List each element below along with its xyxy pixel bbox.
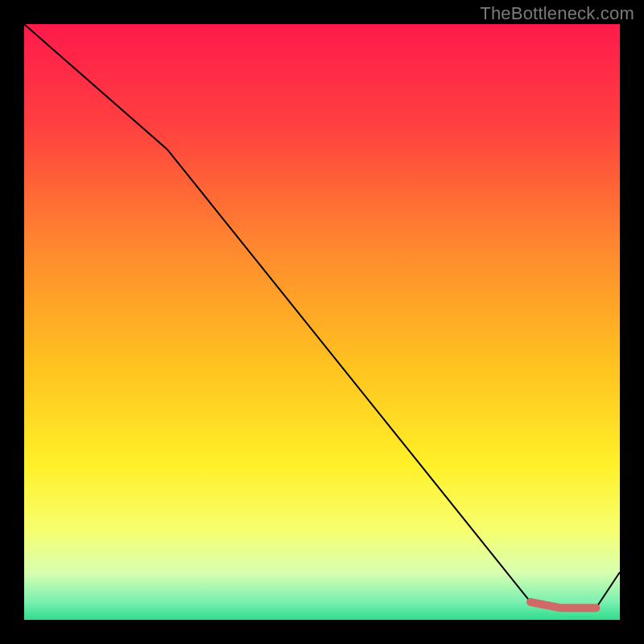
plot-background [24, 24, 620, 620]
bottleneck-chart [0, 0, 644, 644]
chart-frame: TheBottleneck.com [0, 0, 644, 644]
watermark-text: TheBottleneck.com [480, 3, 634, 24]
